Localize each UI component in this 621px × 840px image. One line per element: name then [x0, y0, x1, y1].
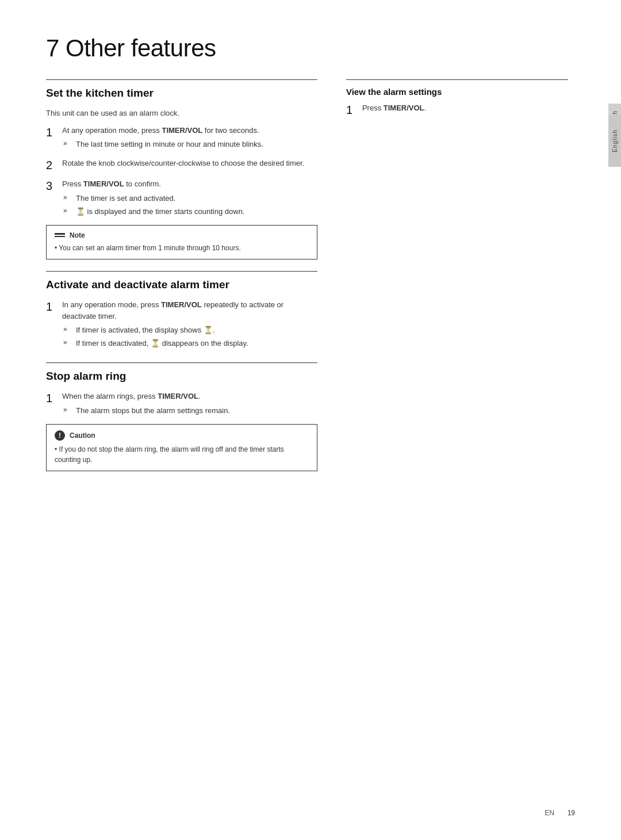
- stop-alarm-bold: TIMER/VOL: [158, 392, 198, 400]
- step-1-text: At any operation mode, press TIMER/VOL f…: [62, 125, 317, 136]
- step-number-3: 3: [46, 178, 56, 193]
- view-alarm-title: View the alarm settings: [346, 87, 568, 97]
- bullet-marker-2: »: [63, 193, 71, 201]
- left-column: Set the kitchen timer This unit can be u…: [46, 79, 317, 805]
- stop-alarm-step-1: 1 When the alarm rings, press TIMER/VOL.…: [46, 391, 317, 418]
- step-1-bullet-1: » The last time setting in minute or hou…: [63, 139, 317, 150]
- step-3-bullet-2: » ⏳ is displayed and the timer starts co…: [63, 206, 317, 217]
- view-alarm-bold: TIMER/VOL: [384, 104, 424, 112]
- step-3-bullet-2-text: ⏳ is displayed and the timer starts coun…: [76, 206, 244, 217]
- note-icon-line-2: [55, 236, 65, 238]
- section-divider-2: [46, 271, 317, 272]
- english-tab-label: English: [612, 129, 618, 152]
- step-2-text: Rotate the knob clockwise/counter-clockw…: [62, 158, 317, 169]
- stop-alarm-title: Stop alarm ring: [46, 370, 317, 383]
- activate-bullet-2: » If timer is deactivated, ⏳ disappears …: [63, 338, 317, 349]
- step-number-1: 1: [46, 125, 56, 140]
- caution-content: If you do not stop the alarm ring, the a…: [55, 445, 284, 464]
- kitchen-timer-step-1: 1 At any operation mode, press TIMER/VOL…: [46, 125, 317, 152]
- stop-alarm-step-1-text: When the alarm rings, press TIMER/VOL.: [62, 391, 317, 402]
- activate-step-number-1: 1: [46, 299, 56, 314]
- activate-step-1-content: In any operation mode, press TIMER/VOL r…: [62, 299, 317, 352]
- activate-bullet-2-text: If timer is deactivated, ⏳ disappears on…: [76, 338, 248, 349]
- note-content: You can set an alarm timer from 1 minute…: [59, 244, 240, 252]
- note-icon-line-1: [55, 233, 65, 235]
- activate-timer-title: Activate and deactivate alarm timer: [46, 278, 317, 291]
- caution-body-text: • If you do not stop the alarm ring, the…: [55, 444, 309, 465]
- kitchen-timer-step-3: 3 Press TIMER/VOL to confirm. » The time…: [46, 178, 317, 219]
- stop-alarm-bullet-marker: »: [63, 406, 71, 414]
- section-divider-3: [46, 362, 317, 363]
- activate-bullet-marker-2: »: [63, 338, 71, 346]
- activate-step-1-text: In any operation mode, press TIMER/VOL r…: [62, 299, 317, 322]
- note-box-timer: Note • You can set an alarm timer from 1…: [46, 225, 317, 259]
- step-1-bullet-1-text: The last time setting in minute or hour …: [76, 139, 263, 150]
- activate-step-1: 1 In any operation mode, press TIMER/VOL…: [46, 299, 317, 352]
- caution-label: Caution: [70, 432, 95, 440]
- step-1-bold: TIMER/VOL: [162, 126, 202, 135]
- section-divider-right: [346, 79, 568, 80]
- activate-bullet-marker-1: »: [63, 325, 71, 333]
- kitchen-timer-step-2: 2 Rotate the knob clockwise/counter-cloc…: [46, 158, 317, 173]
- view-alarm-step-1-content: Press TIMER/VOL.: [362, 102, 568, 116]
- step-3-text: Press TIMER/VOL to confirm.: [62, 178, 317, 190]
- footer-separator: [559, 809, 563, 817]
- stop-alarm-bullet-1-text: The alarm stops but the alarm settings r…: [76, 405, 230, 417]
- section-divider-1: [46, 79, 317, 80]
- footer-lang: EN: [545, 809, 554, 817]
- stop-alarm-step-number-1: 1: [46, 391, 56, 406]
- step-1-content: At any operation mode, press TIMER/VOL f…: [62, 125, 317, 152]
- activate-bullet-1: » If timer is activated, the display sho…: [63, 324, 317, 336]
- stop-alarm-step-1-content: When the alarm rings, press TIMER/VOL. »…: [62, 391, 317, 418]
- view-alarm-step-1: 1 Press TIMER/VOL.: [346, 102, 568, 117]
- footer-page-number: 19: [568, 809, 575, 817]
- stop-alarm-bullet-1: » The alarm stops but the alarm settings…: [63, 405, 317, 417]
- view-alarm-step-1-text: Press TIMER/VOL.: [362, 102, 568, 114]
- note-icon: [55, 233, 65, 237]
- kitchen-timer-intro: This unit can be used as an alarm clock.: [46, 108, 317, 119]
- step-number-2: 2: [46, 158, 56, 173]
- note-body-text: • You can set an alarm timer from 1 minu…: [55, 243, 309, 253]
- bullet-marker: »: [63, 139, 71, 147]
- bullet-marker-3: »: [63, 207, 71, 215]
- step-3-bullet-1: » The timer is set and activated.: [63, 193, 317, 204]
- caution-box: ! Caution • If you do not stop the alarm…: [46, 424, 317, 471]
- step-3-bullet-1-text: The timer is set and activated.: [76, 193, 175, 204]
- activate-bold: TIMER/VOL: [161, 300, 202, 309]
- step-2-content: Rotate the knob clockwise/counter-clockw…: [62, 158, 317, 171]
- right-column: View the alarm settings 1 Press TIMER/VO…: [346, 79, 568, 805]
- caution-icon: !: [55, 430, 65, 441]
- note-header: Note: [55, 231, 309, 239]
- activate-bullet-1-text: If timer is activated, the display shows…: [76, 324, 214, 336]
- step-3-content: Press TIMER/VOL to confirm. » The timer …: [62, 178, 317, 219]
- page-title: 7 Other features: [46, 35, 568, 62]
- caution-header: ! Caution: [55, 430, 309, 441]
- footer-content: EN 19: [545, 809, 575, 817]
- section-kitchen-timer: Set the kitchen timer This unit can be u…: [46, 79, 317, 259]
- section-stop-alarm: Stop alarm ring 1 When the alarm rings, …: [46, 362, 317, 471]
- page-footer: EN 19: [545, 809, 575, 817]
- section-view-alarm: View the alarm settings 1 Press TIMER/VO…: [346, 79, 568, 117]
- english-tab: English: [608, 115, 621, 167]
- kitchen-timer-title: Set the kitchen timer: [46, 87, 317, 100]
- step-3-bold: TIMER/VOL: [83, 180, 124, 188]
- view-alarm-step-number-1: 1: [346, 102, 356, 117]
- section-activate-timer: Activate and deactivate alarm timer 1 In…: [46, 271, 317, 352]
- note-label: Note: [70, 231, 85, 239]
